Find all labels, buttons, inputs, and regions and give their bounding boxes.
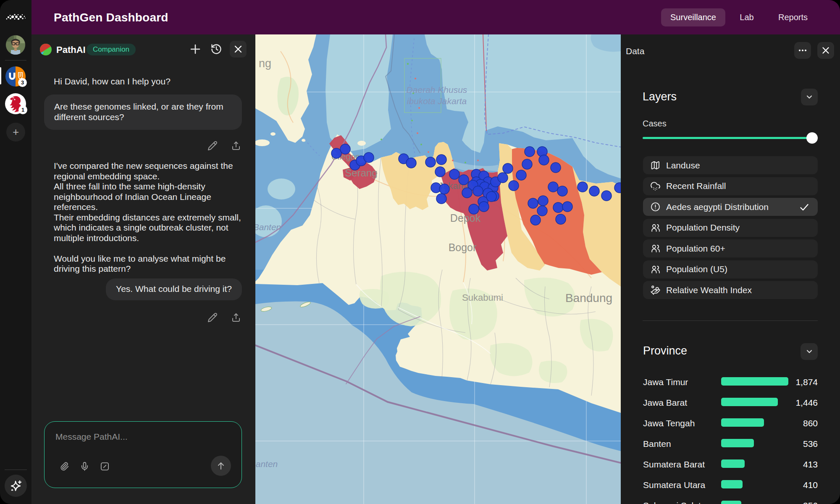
svg-text:Banten: Banten bbox=[255, 222, 281, 232]
svg-text:ibukota Jakarta: ibukota Jakarta bbox=[407, 96, 467, 106]
svg-text:Daerah Khusus: Daerah Khusus bbox=[407, 85, 467, 94]
svg-text:Serang: Serang bbox=[345, 167, 377, 178]
svg-text:Bogor: Bogor bbox=[449, 242, 477, 253]
svg-text:Banten: Banten bbox=[255, 459, 278, 469]
svg-text:Sukabumi: Sukabumi bbox=[462, 292, 503, 303]
svg-text:ng: ng bbox=[259, 57, 271, 70]
svg-text:Bandung: Bandung bbox=[565, 291, 612, 304]
